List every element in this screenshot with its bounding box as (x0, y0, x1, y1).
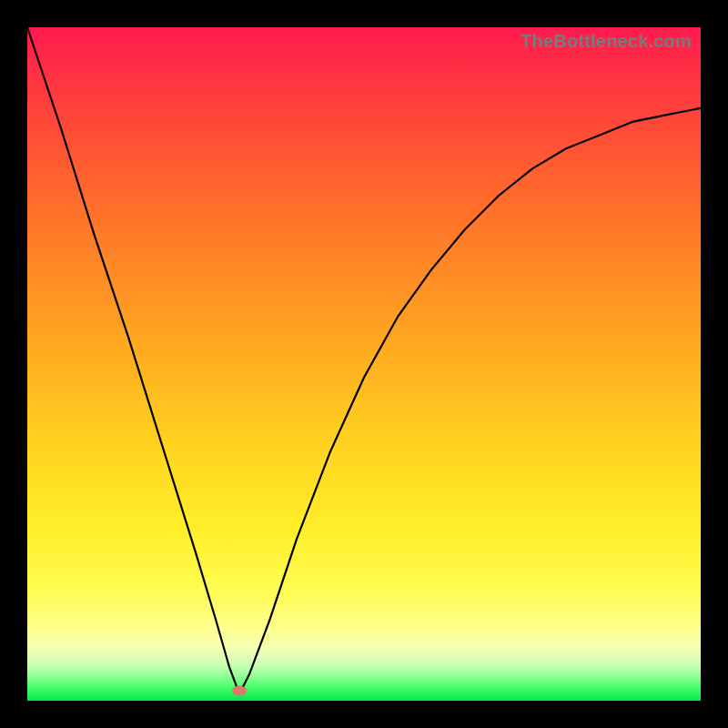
plot-area: TheBottleneck.com (27, 27, 701, 701)
bottleneck-curve (27, 27, 701, 701)
chart-frame: TheBottleneck.com (0, 0, 728, 728)
minimum-marker (232, 685, 247, 695)
curve-path (27, 27, 701, 694)
